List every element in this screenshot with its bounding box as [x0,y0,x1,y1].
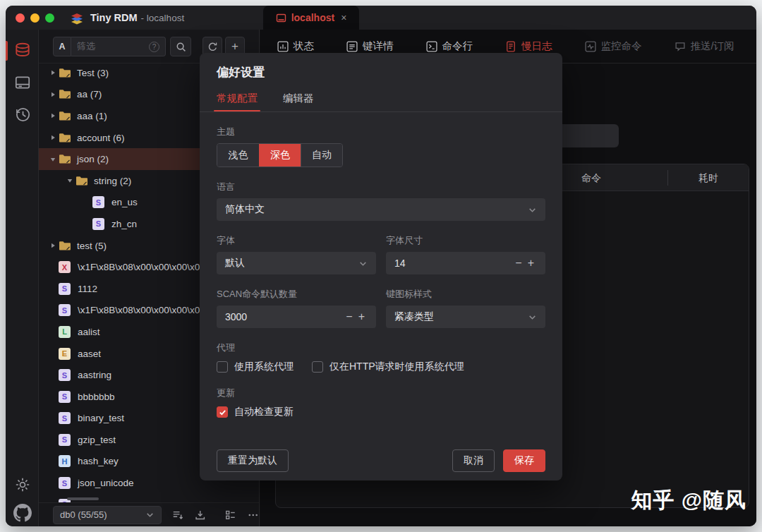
tree-item-label: bbbbbbb [78,392,115,402]
proxy-checkboxes: 使用系统代理仅在HTTP请求时使用系统代理 [217,361,545,373]
tree-item-label: json (2) [77,154,109,164]
theme-option-button[interactable]: 自动 [301,144,342,167]
scan-size-value: 3000 [225,311,343,322]
history-icon[interactable] [13,105,32,123]
checkbox-unchecked-icon[interactable] [312,361,323,373]
font-value: 默认 [225,257,358,270]
pubsub-icon [675,41,686,52]
toolbar-tab-推送/订阅[interactable]: 推送/订阅 [675,40,734,53]
connection-tab-localhost[interactable]: localhost × [263,6,359,30]
reload-icon [207,42,218,52]
tab-editor-label: 编辑器 [283,92,314,104]
tree-item-label: account (6) [77,133,125,143]
checkbox-label: 仅在HTTP请求时使用系统代理 [329,361,464,373]
collapse-arrow-icon[interactable] [47,157,59,162]
theme-option-button[interactable]: 深色 [259,144,301,167]
database-icon[interactable] [13,42,32,60]
key-type-badge: H [59,455,71,467]
key-icon-style-label: 键图标样式 [386,288,545,301]
decrement-button[interactable]: − [343,310,355,323]
checkbox-unchecked-icon[interactable] [217,361,228,373]
key-type-badge: S [59,391,71,403]
key-type-badge: S [59,369,71,381]
server-icon[interactable] [13,73,32,92]
toolbar-tab-label: 状态 [294,40,314,53]
language-select[interactable]: 简体中文 [217,198,545,221]
key-type-badge: S [59,477,71,489]
horizontal-scrollbar[interactable] [67,497,99,500]
toolbar-tab-命令行[interactable]: 命令行 [426,40,473,53]
increment-button[interactable]: + [356,310,368,323]
tree-item-label: string (2) [94,176,131,186]
tree-item-label: aalist [78,327,100,337]
github-icon[interactable] [13,504,32,522]
column-divider [667,170,668,186]
db-select[interactable]: db0 (55/55) [53,506,162,524]
app-title: Tiny RDM [90,12,138,23]
toolbar-tab-键详情[interactable]: 键详情 [346,40,394,53]
preferences-dialog: 偏好设置 常规配置 编辑器 主题 浅色深色自动 语言 简体中文 字体 默认 字体… [200,53,562,480]
filter-input[interactable]: 筛选 ? [71,37,166,56]
theme-option-button[interactable]: 浅色 [217,144,259,167]
expand-arrow-icon[interactable] [47,113,59,119]
tab-editor[interactable]: 编辑器 [283,92,314,111]
app-logo-icon [70,11,84,25]
dialog-footer: 重置为默认 取消 保存 [217,449,545,472]
folder-icon [59,89,71,99]
tree-item-label: test (5) [77,241,107,251]
key-icon-style-select[interactable]: 紧凑类型 [386,306,545,328]
gear-icon[interactable] [13,476,32,494]
tab-label: localhost [291,12,334,23]
checkbox-仅在HTTP请求时使用系统代理[interactable]: 仅在HTTP请求时使用系统代理 [312,361,464,373]
tab-close-icon[interactable]: × [341,12,346,23]
close-window-button[interactable] [16,13,25,23]
language-value: 简体中文 [225,203,528,216]
expand-arrow-icon[interactable] [47,243,59,248]
font-size-input[interactable]: 14 − + [386,252,545,274]
expand-arrow-icon[interactable] [47,135,59,140]
expand-arrow-icon[interactable] [47,92,59,97]
checkbox-自动检查更新[interactable]: 自动检查更新 [217,406,294,418]
tree-item-label: en_us [111,197,138,207]
more-button[interactable] [247,509,259,521]
checkbox-使用系统代理[interactable]: 使用系统代理 [217,361,294,373]
font-select[interactable]: 默认 [217,252,376,274]
key-type-badge: S [92,196,104,208]
key-type-badge: S [92,218,104,230]
scan-label: SCAN命令默认数量 [217,288,376,301]
expand-arrow-icon[interactable] [47,70,59,75]
tabs-divider [200,111,562,112]
toolbar-tab-label: 键详情 [363,40,394,53]
search-button[interactable] [170,37,191,56]
import-button[interactable] [194,509,206,521]
decrement-button[interactable]: − [512,257,524,270]
tree-item-label: hash_key [78,456,119,466]
collapse-arrow-icon[interactable] [64,178,75,183]
minimize-window-button[interactable] [30,13,40,23]
toolbar-tab-label: 监控命令 [601,40,642,53]
traffic-lights [16,13,54,23]
reset-defaults-button[interactable]: 重置为默认 [217,449,289,472]
increment-button[interactable]: + [525,257,537,270]
tab-general-label: 常规配置 [217,92,258,104]
tab-general[interactable]: 常规配置 [217,92,258,111]
scan-size-input[interactable]: 3000 − + [217,306,376,328]
dialog-tabs: 常规配置 编辑器 [217,92,545,111]
toolbar-tab-慢日志[interactable]: 慢日志 [505,40,552,53]
search-icon [176,42,186,52]
toolbar-tab-监控命令[interactable]: 监控命令 [585,40,642,53]
slowlog-icon [505,41,516,52]
more-icon [247,509,259,521]
list-layout-icon [224,509,236,521]
filter-mode-button[interactable]: A [53,37,71,56]
toolbar-tab-状态[interactable]: 状态 [277,40,314,53]
proxy-label: 代理 [217,341,545,354]
zoom-window-button[interactable] [45,13,54,23]
checkbox-checked-icon[interactable] [217,406,228,418]
view-options-button[interactable] [224,509,236,521]
save-button[interactable]: 保存 [503,449,545,472]
flat-list-button[interactable] [171,509,183,521]
cancel-button[interactable]: 取消 [452,449,495,472]
help-icon[interactable]: ? [149,42,159,52]
tree-item-label: aaset [78,349,101,359]
